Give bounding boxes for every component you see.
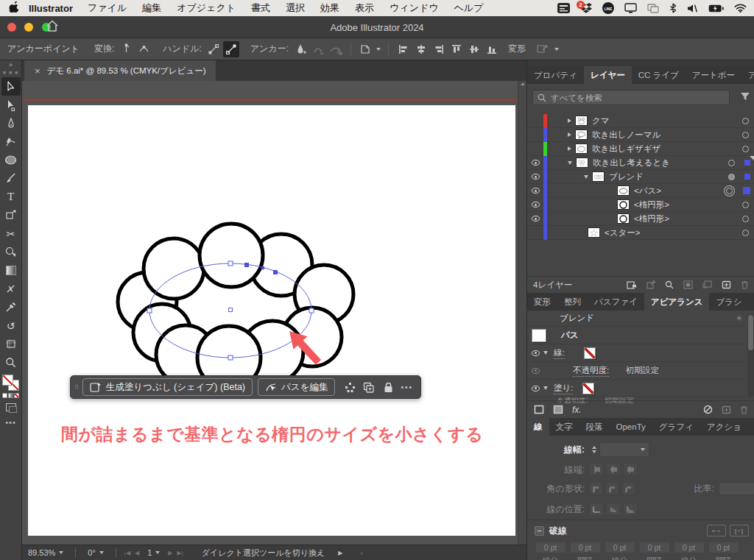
tab-symbols[interactable]: シンボル <box>749 293 754 311</box>
target-icon[interactable] <box>742 132 749 138</box>
appearance-path-row[interactable]: パス <box>527 327 745 344</box>
collect-for-export-icon[interactable] <box>627 280 637 289</box>
collapse-icon[interactable] <box>568 161 572 165</box>
align-top-icon[interactable] <box>448 41 465 57</box>
dash-field-2[interactable]: 0 pt <box>605 542 635 553</box>
tab-actions[interactable]: アクショ <box>700 418 748 436</box>
close-document-icon[interactable]: × <box>35 65 40 77</box>
tab-assets[interactable]: アセットの <box>741 66 754 84</box>
align-left-icon[interactable] <box>395 41 412 57</box>
status-play-icon[interactable]: ▶ <box>338 550 342 556</box>
tab-brushes[interactable]: ブラシ <box>709 293 748 311</box>
corner-bevel-button[interactable] <box>621 482 635 495</box>
filter-icon[interactable] <box>740 92 750 103</box>
tab-graphic-styles[interactable]: グラフィ <box>652 418 700 436</box>
gradient-tool[interactable] <box>1 261 21 280</box>
align-stroke-outside-button[interactable] <box>623 503 638 516</box>
layer-row-fukidashi-kangaeru[interactable]: 吹き出し考えるとき <box>527 156 754 170</box>
convert-to-corner-icon[interactable] <box>118 41 134 57</box>
gap-field-3[interactable]: 0 pt <box>708 542 739 553</box>
dash-field-3[interactable]: 0 pt <box>674 542 705 553</box>
layer-row-fukidashi-gizagiza[interactable]: 吹き出しギザギザ <box>527 142 754 156</box>
eye-icon[interactable] <box>532 216 540 221</box>
document-tab[interactable]: × デモ 6.ai* @ 89.53 % (CMYK/プレビュー) <box>24 60 216 81</box>
next-artboard-button[interactable]: ▶ <box>168 550 172 556</box>
layer-name[interactable]: ブレンド <box>609 171 644 182</box>
zoom-tool[interactable] <box>1 353 21 372</box>
share-icon[interactable] <box>646 280 655 289</box>
menu-effect[interactable]: 効果 <box>320 1 339 15</box>
layer-row-blend[interactable]: ブレンド <box>527 170 754 184</box>
layers-search[interactable] <box>532 90 730 105</box>
align-center-icon[interactable] <box>413 41 429 57</box>
zoom-level-field[interactable]: 89.53% <box>22 548 69 557</box>
expand-icon[interactable] <box>568 146 571 151</box>
layer-row-kuma[interactable]: クマ <box>527 114 754 128</box>
target-icon[interactable] <box>728 174 735 180</box>
appearance-scrollbar[interactable] <box>747 313 754 397</box>
eye-icon[interactable] <box>532 350 540 356</box>
expand-icon[interactable] <box>568 118 571 123</box>
artwork[interactable] <box>22 81 526 545</box>
target-icon[interactable] <box>742 146 749 152</box>
eye-icon[interactable] <box>532 368 540 374</box>
menu-object[interactable]: オブジェクト <box>177 1 236 15</box>
target-icon[interactable] <box>742 202 749 208</box>
appearance-fill-row[interactable]: 塗り: <box>527 380 745 397</box>
menu-view[interactable]: 表示 <box>355 1 374 15</box>
edit-path-button[interactable]: パスを編集 <box>258 378 335 396</box>
layer-name[interactable]: <スター> <box>605 227 640 238</box>
scissors-tool[interactable]: ✂ <box>1 224 21 243</box>
isolate-selection-icon[interactable] <box>358 41 374 57</box>
selection-tool[interactable] <box>1 77 21 96</box>
opacity-value[interactable]: 初期設定 <box>625 365 659 376</box>
transform-link[interactable]: 変形 <box>508 43 526 55</box>
collapse-panel-icon[interactable]: » <box>9 60 13 70</box>
anchor-right[interactable] <box>309 308 314 313</box>
align-right-icon[interactable] <box>431 41 447 57</box>
mute-icon[interactable] <box>687 4 698 13</box>
menu-edit[interactable]: 編集 <box>142 1 161 15</box>
tab-pathfinder[interactable]: パスファイ <box>588 293 644 311</box>
paintbrush-tool[interactable] <box>1 169 21 188</box>
generative-fill-button[interactable]: 生成塗りつぶし (シェイプ) (Beta) <box>82 378 253 396</box>
last-artboard-button[interactable]: ▶| <box>177 550 183 556</box>
search-input[interactable] <box>551 93 698 102</box>
layer-row-fukidashi-normal[interactable]: 吹き出しノーマル <box>527 128 754 142</box>
appearance-stroke-row[interactable]: 線: <box>527 344 745 362</box>
delete-layer-icon[interactable] <box>741 280 749 289</box>
lock-icon[interactable] <box>381 379 395 395</box>
miter-ratio-field[interactable] <box>719 482 754 495</box>
anchor-left[interactable] <box>147 308 152 313</box>
apple-menu[interactable] <box>9 1 18 15</box>
curvature-tool[interactable] <box>1 132 21 151</box>
tab-transform[interactable]: 変形 <box>527 293 557 311</box>
first-artboard-button[interactable]: |◀ <box>124 550 130 556</box>
clear-appearance-icon[interactable] <box>703 405 713 414</box>
artboard-number-field[interactable]: 1 <box>141 548 166 557</box>
align-middle-icon[interactable] <box>466 41 482 57</box>
menu-type[interactable]: 書式 <box>251 1 270 15</box>
contextual-task-bar[interactable]: ⠿ 生成塗りつぶし (シェイプ) (Beta) パスを編集 ••• <box>70 375 421 399</box>
tab-character[interactable]: 文字 <box>549 418 579 436</box>
stroke-weight-combo[interactable] <box>599 442 649 457</box>
stroke-weight-stepper[interactable] <box>589 442 599 457</box>
free-transform-tool[interactable] <box>1 206 21 224</box>
screen-mirroring-icon[interactable] <box>647 4 659 13</box>
eye-icon[interactable] <box>532 188 540 194</box>
menu-select[interactable]: 選択 <box>286 1 305 15</box>
dash-field-1[interactable]: 0 pt <box>535 542 566 553</box>
convert-to-smooth-icon[interactable] <box>135 41 152 57</box>
artboard-tool[interactable] <box>1 335 21 353</box>
fill-none-swatch[interactable] <box>2 375 13 386</box>
isolate-mode-icon[interactable] <box>535 41 551 57</box>
new-fill-icon[interactable] <box>553 405 563 414</box>
anchor-top[interactable] <box>228 261 233 266</box>
tab-paragraph[interactable]: 段落 <box>579 418 610 436</box>
appearance-stroke-opacity-row[interactable]: 不透明度: 初期設定 <box>527 362 745 380</box>
shape-builder-tool[interactable] <box>1 243 21 261</box>
none-button[interactable] <box>14 393 19 398</box>
anchor-selected-1[interactable] <box>244 263 249 267</box>
ellipse-tool[interactable] <box>1 151 21 169</box>
target-icon-selected[interactable] <box>726 188 733 194</box>
